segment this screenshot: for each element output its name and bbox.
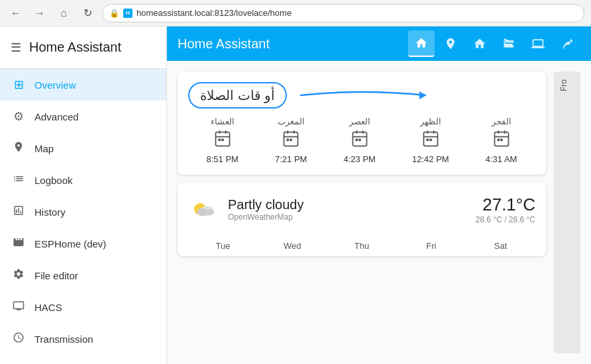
- prayer-times-row: العشاء 8:51 PM المغرب 7:2: [188, 116, 535, 164]
- asr-name: العصر: [349, 116, 370, 126]
- weather-info: Partly cloudy OpenWeatherMap: [228, 197, 468, 222]
- weather-card: Partly cloudy OpenWeatherMap 27.1°C 28.6…: [178, 183, 546, 256]
- sidebar: ☰ Home Assistant ⊞ Overview ⚙ Advanced M…: [0, 26, 167, 364]
- svg-point-23: [427, 139, 428, 140]
- overview-label: Overview: [34, 79, 76, 91]
- forecast-thu: Thu: [327, 241, 397, 251]
- home-nav-button[interactable]: ⌂: [54, 4, 73, 23]
- maghrib-name: المغرب: [278, 116, 305, 126]
- tab-monitor[interactable]: [525, 30, 551, 57]
- sidebar-item-esphome[interactable]: ESPHome (dev): [0, 228, 166, 259]
- sidebar-header: ☰ Home Assistant: [0, 26, 166, 69]
- top-bar-title: Home Assistant: [178, 36, 408, 52]
- weather-source: OpenWeatherMap: [228, 212, 468, 222]
- annotation-arrow: [294, 85, 439, 105]
- back-button[interactable]: ←: [7, 4, 25, 23]
- prayer-time-isha: العشاء 8:51 PM: [207, 116, 239, 164]
- weather-temperature: 27.1°C: [476, 195, 535, 215]
- address-bar[interactable]: 🔒 H homeassistant.local:8123/lovelace/ho…: [102, 4, 584, 23]
- svg-point-18: [359, 139, 360, 140]
- prayer-time-maghrib: المغرب 7:21 PM: [275, 116, 307, 164]
- svg-point-24: [430, 139, 431, 140]
- sidebar-item-transmission[interactable]: Transmission: [0, 323, 166, 355]
- overview-icon: ⊞: [11, 77, 27, 92]
- forecast-fri: Fri: [396, 241, 466, 251]
- dhuhr-time: 12:42 PM: [412, 154, 449, 164]
- file-editor-icon: [11, 268, 27, 283]
- refresh-button[interactable]: ↻: [78, 4, 97, 23]
- hacs-icon: [11, 300, 27, 315]
- tab-person[interactable]: [437, 30, 464, 57]
- file-editor-label: File editor: [34, 270, 78, 281]
- sidebar-item-overview[interactable]: ⊞ Overview: [0, 69, 166, 101]
- sidebar-nav: ⊞ Overview ⚙ Advanced Map Logbook: [0, 69, 166, 364]
- dhuhr-name: الظهر: [420, 116, 441, 126]
- prayer-title: أو قات الصلاة: [188, 82, 287, 109]
- svg-point-29: [498, 139, 499, 140]
- esphome-icon: [11, 236, 27, 251]
- tab-bathtub[interactable]: [496, 30, 522, 57]
- isha-name: العشاء: [211, 116, 235, 126]
- top-bar: Home Assistant: [167, 26, 591, 61]
- right-panel: Fro: [554, 71, 580, 353]
- weather-temp-container: 27.1°C 28.6 °C / 28.6 °C: [476, 195, 535, 224]
- favicon: H: [123, 9, 133, 18]
- maghrib-icon: [282, 129, 300, 152]
- dhuhr-icon: [421, 129, 440, 152]
- history-icon: [11, 205, 27, 220]
- right-panel-label: Fro: [557, 74, 578, 97]
- forward-button[interactable]: →: [30, 4, 49, 23]
- svg-point-5: [219, 139, 220, 140]
- prayer-time-fajr: الفجر 4:31 AM: [486, 116, 517, 164]
- weather-card-content: Partly cloudy OpenWeatherMap 27.1°C 28.6…: [178, 183, 546, 236]
- maghrib-time: 7:21 PM: [275, 154, 307, 164]
- logbook-label: Logbook: [34, 175, 73, 186]
- url-text: homeassistant.local:8123/lovelace/home: [136, 8, 292, 18]
- svg-marker-0: [419, 91, 426, 99]
- weather-icon: [188, 193, 220, 225]
- advanced-icon: ⚙: [11, 109, 27, 124]
- forecast-tue: Tue: [188, 241, 258, 251]
- sidebar-title: Home Assistant: [29, 40, 121, 55]
- hamburger-icon[interactable]: ☰: [11, 40, 21, 55]
- logbook-icon: [11, 173, 27, 188]
- asr-icon: [350, 129, 369, 152]
- isha-time: 8:51 PM: [207, 154, 239, 164]
- tab-network[interactable]: [554, 30, 580, 57]
- forecast-sat: Sat: [466, 241, 535, 251]
- sidebar-item-history[interactable]: History: [0, 196, 166, 228]
- fajr-time: 4:31 AM: [486, 154, 517, 164]
- prayer-time-asr: العصر 4:23 PM: [344, 116, 376, 164]
- advanced-label: Advanced: [34, 111, 79, 122]
- hacs-label: HACS: [34, 302, 62, 313]
- fajr-name: الفجر: [492, 116, 511, 126]
- tab-home2[interactable]: [466, 30, 493, 57]
- map-icon: [11, 141, 27, 156]
- svg-point-30: [500, 139, 502, 140]
- sidebar-item-logbook[interactable]: Logbook: [0, 164, 166, 196]
- tab-icons: [408, 30, 580, 57]
- forecast-row: Tue Wed Thu Fri Sat: [178, 236, 546, 256]
- svg-point-33: [197, 208, 207, 216]
- svg-point-17: [356, 139, 357, 140]
- svg-point-34: [206, 209, 214, 215]
- weather-range: 28.6 °C / 28.6 °C: [476, 215, 535, 224]
- svg-point-12: [290, 139, 292, 140]
- transmission-label: Transmission: [34, 334, 93, 345]
- history-label: History: [34, 206, 66, 218]
- prayer-card: أو قات الصلاة العشاء: [178, 71, 546, 175]
- weather-condition: Partly cloudy: [228, 197, 468, 212]
- app-container: ☰ Home Assistant ⊞ Overview ⚙ Advanced M…: [0, 26, 591, 364]
- tab-home[interactable]: [408, 30, 435, 57]
- partly-cloudy-svg: [188, 193, 220, 225]
- sidebar-item-hacs[interactable]: HACS: [0, 291, 166, 323]
- transmission-icon: [11, 332, 27, 347]
- sidebar-item-advanced[interactable]: ⚙ Advanced: [0, 101, 166, 132]
- lock-icon: 🔒: [109, 9, 119, 18]
- prayer-time-dhuhr: الظهر 12:42 PM: [412, 116, 449, 164]
- sidebar-item-file-editor[interactable]: File editor: [0, 259, 166, 291]
- isha-icon: [213, 129, 232, 152]
- left-column: أو قات الصلاة العشاء: [178, 71, 546, 353]
- page-content: أو قات الصلاة العشاء: [167, 61, 591, 364]
- sidebar-item-map[interactable]: Map: [0, 132, 166, 164]
